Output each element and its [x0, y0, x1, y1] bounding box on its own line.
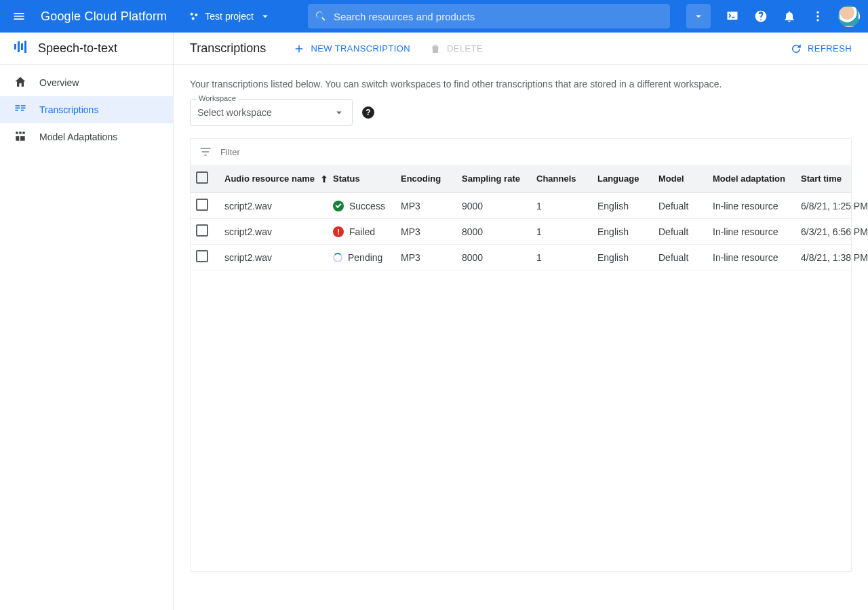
sidebar-item-overview[interactable]: Overview	[0, 69, 173, 96]
cell-adaptation: In-line resource	[707, 193, 795, 219]
cell-adaptation: In-line resource	[707, 219, 795, 245]
cell-model: Defualt	[653, 193, 707, 219]
svg-rect-9	[24, 41, 26, 53]
svg-rect-6	[14, 44, 16, 49]
svg-rect-19	[16, 136, 19, 141]
col-model[interactable]: Model	[653, 165, 707, 193]
product-name: Speech-to-text	[38, 41, 117, 56]
cell-encoding: MP3	[395, 245, 456, 270]
search-input[interactable]	[334, 11, 663, 22]
transcriptions-icon	[14, 102, 27, 118]
sidebar-item-label: Model Adaptations	[39, 131, 117, 142]
svg-rect-17	[19, 131, 21, 134]
cell-status: !Failed	[328, 219, 395, 245]
cell-language: English	[592, 193, 653, 219]
filter-bar[interactable]	[191, 139, 851, 165]
svg-point-4	[816, 15, 818, 17]
page-header: Transcriptions NEW TRANSCRIPTION DELETE …	[174, 33, 868, 65]
menu-icon[interactable]	[5, 3, 33, 30]
svg-rect-18	[22, 131, 24, 134]
svg-point-5	[816, 19, 818, 21]
refresh-button[interactable]: REFRESH	[790, 43, 852, 55]
product-logo-icon	[12, 39, 28, 58]
svg-rect-20	[20, 136, 25, 141]
workspace-field-label: Workspace	[196, 94, 239, 102]
svg-rect-15	[21, 109, 24, 110]
col-encoding[interactable]: Encoding	[395, 165, 456, 193]
cell-channels: 1	[531, 193, 592, 219]
col-language[interactable]: Language	[592, 165, 653, 193]
page-title: Transcriptions	[190, 41, 266, 56]
cell-model: Defualt	[653, 219, 707, 245]
cell-channels: 1	[531, 219, 592, 245]
col-audio-resource-name[interactable]: Audio resource name	[219, 165, 328, 193]
chevron-down-icon	[692, 10, 705, 22]
search-icon	[315, 10, 327, 22]
row-checkbox[interactable]	[191, 245, 219, 270]
sidebar-item-model-adaptations[interactable]: Model Adaptations	[0, 123, 173, 150]
chevron-down-icon	[259, 10, 271, 22]
select-all-checkbox[interactable]	[191, 165, 219, 193]
cell-time: 6/8/21, 1:25 PM	[795, 193, 851, 219]
sidebar: Speech-to-text Overview Transcriptions M…	[0, 33, 174, 610]
header-actions	[719, 3, 860, 30]
col-sampling-rate[interactable]: Sampling rate	[456, 165, 531, 193]
failed-icon: !	[333, 226, 344, 237]
new-transcription-button[interactable]: NEW TRANSCRIPTION	[293, 43, 410, 55]
transcriptions-table: Audio resource nameStatusEncodingSamplin…	[190, 138, 852, 572]
cell-name: script2.wav	[219, 245, 328, 270]
product-title: Speech-to-text	[0, 33, 173, 65]
sidebar-item-transcriptions[interactable]: Transcriptions	[0, 96, 173, 123]
overview-icon	[14, 75, 27, 91]
row-checkbox[interactable]	[191, 193, 219, 219]
svg-rect-10	[16, 105, 20, 106]
cell-rate: 8000	[456, 219, 531, 245]
workspace-select[interactable]: Workspace Select workspace	[190, 99, 353, 126]
cell-encoding: MP3	[395, 193, 456, 219]
cell-language: English	[592, 219, 653, 245]
workspace-help-icon[interactable]: ?	[362, 106, 374, 119]
avatar[interactable]	[838, 5, 860, 27]
cell-adaptation: In-line resource	[707, 245, 795, 270]
cell-channels: 1	[531, 245, 592, 270]
filter-icon	[199, 145, 212, 159]
row-checkbox[interactable]	[191, 219, 219, 245]
col-model-adaptation[interactable]: Model adaptation	[707, 165, 795, 193]
svg-point-1	[195, 14, 198, 16]
success-icon	[333, 201, 344, 211]
table-row[interactable]: script2.wav Pending MP3 8000 1 English D…	[191, 245, 851, 270]
svg-point-0	[191, 13, 193, 16]
cell-rate: 9000	[456, 193, 531, 219]
sidebar-item-label: Overview	[39, 77, 79, 88]
project-picker[interactable]: Test project	[182, 10, 278, 22]
notifications-icon[interactable]	[776, 3, 803, 30]
col-status[interactable]: Status	[328, 165, 395, 193]
svg-rect-8	[21, 43, 23, 50]
cloud-shell-icon[interactable]	[719, 3, 746, 30]
model-adaptations-icon	[14, 129, 27, 145]
cell-time: 4/8/21, 1:38 PM	[795, 245, 851, 270]
project-name: Test project	[205, 11, 254, 22]
workspace-selected: Select workspace	[197, 107, 272, 118]
more-icon[interactable]	[804, 3, 831, 30]
cell-status: Success	[328, 193, 395, 219]
table-row[interactable]: script2.wav Success MP3 9000 1 English D…	[191, 193, 851, 219]
svg-point-2	[192, 17, 195, 20]
col-start-time[interactable]: Start time	[795, 165, 851, 193]
cell-name: script2.wav	[219, 193, 328, 219]
filter-input[interactable]	[220, 147, 843, 157]
pending-icon	[333, 253, 342, 262]
delete-button: DELETE	[429, 43, 483, 55]
platform-brand[interactable]: Google Cloud Platform	[35, 9, 172, 24]
help-icon[interactable]	[747, 3, 774, 30]
cell-encoding: MP3	[395, 219, 456, 245]
cell-language: English	[592, 245, 653, 270]
table-row[interactable]: script2.wav !Failed MP3 8000 1 English D…	[191, 219, 851, 245]
cell-name: script2.wav	[219, 219, 328, 245]
col-channels[interactable]: Channels	[531, 165, 592, 193]
svg-rect-16	[16, 131, 18, 134]
search-dropdown[interactable]	[686, 4, 711, 28]
search-box[interactable]	[308, 4, 670, 28]
svg-rect-14	[21, 107, 26, 108]
chevron-down-icon	[333, 106, 345, 119]
